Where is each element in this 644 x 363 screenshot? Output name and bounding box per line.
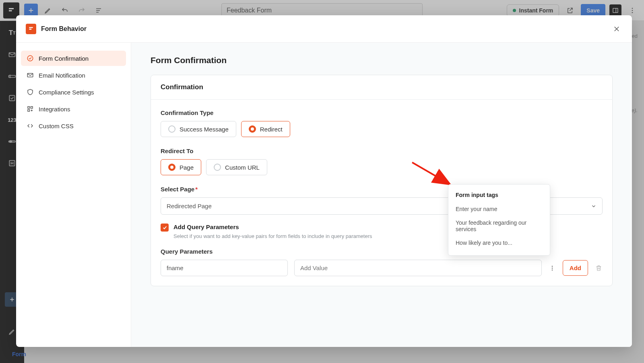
add-button[interactable]: Add: [563, 260, 588, 276]
sidebar-item-label: Compliance Settings: [39, 89, 94, 96]
sidebar-item-form-confirmation[interactable]: Form Confirmation: [21, 51, 126, 66]
sidebar-item-label: Email Notification: [39, 72, 85, 79]
sidebar-item-email-notification[interactable]: Email Notification: [21, 68, 126, 83]
svg-point-21: [552, 269, 553, 270]
sidebar-item-label: Integrations: [39, 106, 70, 113]
sidebar-item-label: Form Confirmation: [39, 55, 89, 62]
svg-point-19: [552, 266, 553, 267]
mail-icon: [27, 72, 34, 79]
sidebar-item-integrations[interactable]: Integrations: [21, 101, 126, 117]
radio-page[interactable]: Page: [161, 159, 201, 175]
sidebar-item-compliance-settings[interactable]: Compliance Settings: [21, 84, 126, 100]
select-page-value: Redirected Page: [167, 203, 212, 209]
radio-icon: [249, 125, 256, 133]
sidebar-item-label: Custom CSS: [39, 123, 74, 129]
delete-icon[interactable]: [594, 265, 603, 271]
popover-item[interactable]: How likely are you to...: [448, 236, 550, 250]
grid-icon: [27, 105, 34, 113]
svg-point-14: [27, 55, 33, 61]
param-key-input[interactable]: [161, 260, 288, 276]
radio-success-message[interactable]: Success Message: [161, 121, 236, 137]
modal-content: Form Confirmation Confirmation Confirmat…: [131, 43, 632, 347]
popover-title: Form input tags: [448, 190, 550, 202]
add-query-checkbox[interactable]: [161, 224, 169, 232]
radio-icon: [168, 125, 175, 133]
popover-item[interactable]: Your feedback regarding our services: [448, 216, 550, 236]
param-options-icon[interactable]: [548, 265, 556, 271]
sidebar-item-custom-css[interactable]: Custom CSS: [21, 118, 126, 133]
redirect-to-label: Redirect To: [161, 148, 603, 154]
form-input-tags-popover: Form input tags Enter your name Your fee…: [448, 184, 550, 256]
radio-custom-url[interactable]: Custom URL: [206, 159, 267, 175]
svg-rect-13: [29, 29, 31, 29]
radio-icon: [214, 164, 221, 171]
shield-icon: [27, 88, 34, 96]
radio-label: Redirect: [260, 126, 283, 133]
modal-logo-icon: [26, 24, 36, 34]
section-title: Form Confirmation: [151, 55, 613, 65]
form-behavior-modal: Form Behavior Form Confirmation Email No…: [16, 15, 632, 347]
svg-rect-18: [28, 110, 30, 112]
radio-label: Success Message: [180, 126, 229, 133]
radio-label: Page: [180, 164, 194, 171]
svg-rect-12: [29, 27, 33, 28]
modal-sidebar: Form Confirmation Email Notification Com…: [16, 43, 131, 347]
close-icon[interactable]: [611, 23, 622, 35]
modal-header: Form Behavior: [16, 15, 632, 43]
svg-rect-17: [31, 107, 33, 109]
add-query-label: Add Query Parameters: [173, 224, 239, 230]
code-icon: [27, 122, 34, 129]
radio-icon: [168, 164, 175, 171]
param-value-input[interactable]: [294, 260, 542, 276]
modal-title: Form Behavior: [41, 25, 87, 33]
radio-redirect[interactable]: Redirect: [241, 121, 290, 137]
chevron-down-icon: [591, 203, 597, 209]
svg-point-20: [552, 267, 553, 268]
popover-item[interactable]: Enter your name: [448, 202, 550, 216]
required-indicator: *: [195, 186, 198, 193]
radio-label: Custom URL: [225, 164, 260, 171]
svg-rect-16: [28, 107, 30, 109]
card-title: Confirmation: [151, 75, 612, 100]
confirmation-type-label: Confirmation Type: [161, 109, 603, 116]
check-circle-icon: [27, 55, 34, 62]
